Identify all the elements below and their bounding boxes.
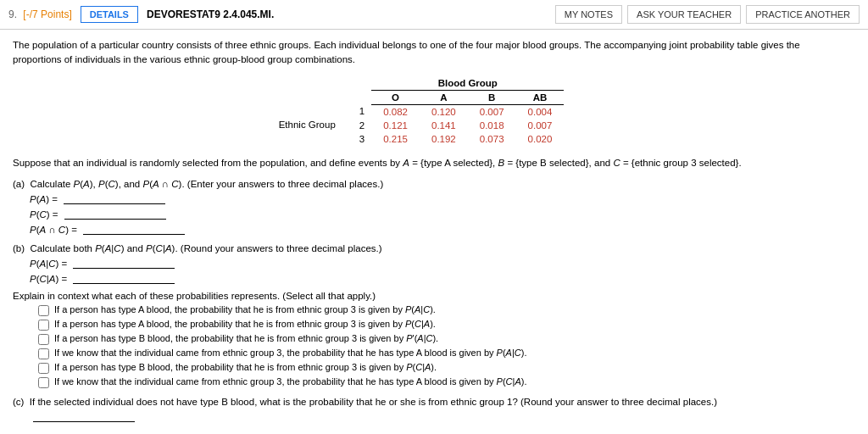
header-actions: MY NOTES ASK YOUR TEACHER PRACTICE ANOTH… — [555, 5, 860, 24]
cell-3-a: 0.192 — [420, 132, 468, 146]
row-label-1: 1 — [348, 104, 371, 119]
part-b-label: (b) Calculate both P(A|C) and P(C|A). (R… — [13, 243, 818, 253]
cell-3-b: 0.073 — [468, 132, 516, 146]
ask-teacher-button[interactable]: ASK YOUR TEACHER — [627, 5, 741, 24]
checkbox-item-1: If a person has type A blood, the probab… — [38, 304, 818, 316]
pc-answer-line — [30, 410, 818, 422]
blood-group-header: Blood Group — [371, 76, 564, 91]
part-a-label: (a) Calculate P(A), P(C), and P(A ∩ C). … — [13, 179, 818, 189]
cell-1-ab: 0.004 — [516, 104, 565, 119]
checkbox-5[interactable] — [38, 363, 49, 374]
ethnic-group-label: Ethnic Group — [267, 104, 348, 146]
checkbox-item-6: If we know that the individual came from… — [38, 376, 818, 388]
cell-3-o: 0.215 — [371, 132, 420, 146]
part-c-label: (c) If the selected individual does not … — [13, 397, 818, 407]
details-button[interactable]: DETAILS — [81, 6, 138, 23]
checkbox-4[interactable] — [38, 348, 49, 359]
practice-another-button[interactable]: PRACTICE ANOTHER — [746, 5, 860, 24]
cell-1-a: 0.120 — [420, 104, 468, 119]
pca-input[interactable] — [73, 272, 175, 284]
part-c: (c) If the selected individual does not … — [13, 397, 818, 422]
pac-input[interactable] — [73, 257, 175, 269]
blood-group-table-container: Blood Group O A B AB Ethnic Group 1 0.08… — [13, 76, 818, 146]
table-row: Ethnic Group 1 0.082 0.120 0.007 0.004 — [267, 104, 565, 119]
checkbox-item-3: If a person has type B blood, the probab… — [38, 333, 818, 345]
cell-1-b: 0.007 — [468, 104, 516, 119]
my-notes-button[interactable]: MY NOTES — [555, 5, 622, 24]
cell-1-o: 0.082 — [371, 104, 420, 119]
checkbox-item-4: If we know that the individual came from… — [38, 348, 818, 359]
checkbox-item-2: If a person has type A blood, the probab… — [38, 319, 818, 331]
explain-label: Explain in context what each of these pr… — [13, 291, 818, 301]
cell-2-ab: 0.007 — [516, 119, 565, 132]
cell-2-b: 0.018 — [468, 119, 516, 132]
pa-input[interactable] — [64, 192, 165, 204]
pac-line: P(A|C) = — [30, 257, 818, 269]
col-header-a: A — [420, 90, 468, 104]
problem-number: 9. [-/7 Points] — [8, 8, 72, 20]
pca-line: P(C|A) = — [30, 272, 818, 284]
col-header-b: B — [468, 90, 516, 104]
col-header-ab: AB — [516, 90, 565, 104]
main-content: The population of a particular country c… — [0, 30, 831, 434]
checkbox-3[interactable] — [38, 334, 49, 345]
part-a: (a) Calculate P(A), P(C), and P(A ∩ C). … — [13, 179, 818, 235]
cell-2-o: 0.121 — [371, 119, 420, 132]
col-header-o: O — [371, 90, 420, 104]
panc-input[interactable] — [83, 223, 185, 235]
panc-line: P(A ∩ C) = — [30, 223, 818, 235]
setup-text: Suppose that an individual is randomly s… — [13, 156, 818, 170]
checkbox-1[interactable] — [38, 305, 49, 316]
pc-answer-input[interactable] — [33, 410, 135, 422]
checkbox-6[interactable] — [38, 377, 49, 388]
cell-2-a: 0.141 — [420, 119, 468, 132]
page-header: 9. [-/7 Points] DETAILS DEVORESTAT9 2.4.… — [0, 0, 868, 30]
part-b: (b) Calculate both P(A|C) and P(C|A). (R… — [13, 243, 818, 388]
blood-group-table: Blood Group O A B AB Ethnic Group 1 0.08… — [267, 76, 565, 146]
pc-line: P(C) = — [30, 208, 818, 220]
cell-3-ab: 0.020 — [516, 132, 565, 146]
row-label-2: 2 — [348, 119, 371, 132]
checkbox-2[interactable] — [38, 320, 49, 331]
row-label-3: 3 — [348, 132, 371, 146]
problem-title: DEVORESTAT9 2.4.045.MI. — [147, 8, 547, 20]
pa-line: P(A) = — [30, 192, 818, 204]
checkbox-item-5: If a person has type B blood, the probab… — [38, 362, 818, 374]
problem-intro: The population of a particular country c… — [13, 38, 818, 68]
pc-input[interactable] — [64, 208, 166, 220]
